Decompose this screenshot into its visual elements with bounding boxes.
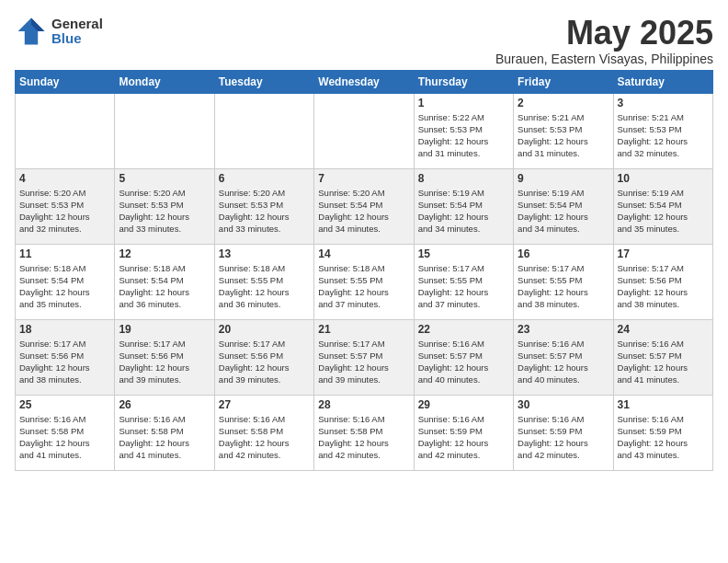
cell-info: Sunrise: 5:17 AM Sunset: 5:57 PM Dayligh… [318,338,409,386]
day-header-saturday: Saturday [613,70,712,93]
calendar-cell: 10Sunrise: 5:19 AM Sunset: 5:54 PM Dayli… [613,168,712,244]
calendar-cell [16,93,115,168]
day-number: 28 [318,398,409,411]
cell-info: Sunrise: 5:18 AM Sunset: 5:54 PM Dayligh… [119,262,210,311]
day-number: 6 [219,172,310,185]
logo-blue: Blue [51,31,103,47]
day-number: 20 [219,323,310,336]
day-number: 24 [618,323,709,336]
day-number: 7 [318,172,409,185]
day-header-wednesday: Wednesday [314,70,414,93]
week-row-5: 25Sunrise: 5:16 AM Sunset: 5:58 PM Dayli… [16,395,713,470]
calendar-cell: 21Sunrise: 5:17 AM Sunset: 5:57 PM Dayli… [314,319,414,395]
calendar-cell: 11Sunrise: 5:18 AM Sunset: 5:54 PM Dayli… [16,244,115,319]
day-header-sunday: Sunday [16,70,115,93]
calendar-cell: 22Sunrise: 5:16 AM Sunset: 5:57 PM Dayli… [414,319,513,395]
location-title: Burauen, Eastern Visayas, Philippines [495,52,713,66]
calendar-cell: 8Sunrise: 5:19 AM Sunset: 5:54 PM Daylig… [414,168,513,244]
calendar-cell: 17Sunrise: 5:17 AM Sunset: 5:56 PM Dayli… [613,244,712,319]
day-header-thursday: Thursday [414,70,513,93]
cell-info: Sunrise: 5:20 AM Sunset: 5:53 PM Dayligh… [219,187,310,236]
cell-info: Sunrise: 5:22 AM Sunset: 5:53 PM Dayligh… [418,111,509,160]
day-number: 16 [518,247,609,260]
day-number: 11 [19,247,110,260]
cell-info: Sunrise: 5:18 AM Sunset: 5:54 PM Dayligh… [19,262,110,311]
cell-info: Sunrise: 5:16 AM Sunset: 5:58 PM Dayligh… [119,413,210,462]
cell-info: Sunrise: 5:16 AM Sunset: 5:57 PM Dayligh… [518,338,609,386]
calendar-cell: 26Sunrise: 5:16 AM Sunset: 5:58 PM Dayli… [115,395,214,470]
day-number: 19 [119,323,210,336]
calendar-cell: 30Sunrise: 5:16 AM Sunset: 5:59 PM Dayli… [514,395,613,470]
cell-info: Sunrise: 5:19 AM Sunset: 5:54 PM Dayligh… [518,187,609,236]
day-number: 30 [518,398,609,411]
calendar-cell: 14Sunrise: 5:18 AM Sunset: 5:55 PM Dayli… [314,244,414,319]
week-row-2: 4Sunrise: 5:20 AM Sunset: 5:53 PM Daylig… [16,168,713,244]
calendar-cell: 20Sunrise: 5:17 AM Sunset: 5:56 PM Dayli… [214,319,313,395]
week-row-4: 18Sunrise: 5:17 AM Sunset: 5:56 PM Dayli… [16,319,713,395]
cell-info: Sunrise: 5:19 AM Sunset: 5:54 PM Dayligh… [618,187,709,236]
title-block: May 2025 Burauen, Eastern Visayas, Phili… [495,15,713,66]
cell-info: Sunrise: 5:16 AM Sunset: 5:58 PM Dayligh… [219,413,310,462]
calendar-cell: 15Sunrise: 5:17 AM Sunset: 5:55 PM Dayli… [414,244,513,319]
day-number: 13 [219,247,310,260]
calendar-table: SundayMondayTuesdayWednesdayThursdayFrid… [15,70,713,471]
calendar-cell: 12Sunrise: 5:18 AM Sunset: 5:54 PM Dayli… [115,244,214,319]
cell-info: Sunrise: 5:17 AM Sunset: 5:56 PM Dayligh… [119,338,210,386]
calendar-cell: 3Sunrise: 5:21 AM Sunset: 5:53 PM Daylig… [613,93,712,168]
calendar-cell: 31Sunrise: 5:16 AM Sunset: 5:59 PM Dayli… [613,395,712,470]
day-header-tuesday: Tuesday [214,70,313,93]
calendar-cell: 23Sunrise: 5:16 AM Sunset: 5:57 PM Dayli… [514,319,613,395]
cell-info: Sunrise: 5:16 AM Sunset: 5:58 PM Dayligh… [19,413,110,462]
day-number: 21 [318,323,409,336]
calendar-cell [314,93,414,168]
day-number: 25 [19,398,110,411]
day-number: 8 [418,172,509,185]
cell-info: Sunrise: 5:20 AM Sunset: 5:53 PM Dayligh… [119,187,210,236]
cell-info: Sunrise: 5:16 AM Sunset: 5:57 PM Dayligh… [618,338,709,386]
cell-info: Sunrise: 5:21 AM Sunset: 5:53 PM Dayligh… [618,111,709,160]
day-number: 2 [518,97,609,109]
logo-general: General [51,17,103,32]
day-number: 23 [518,323,609,336]
cell-info: Sunrise: 5:16 AM Sunset: 5:59 PM Dayligh… [418,413,509,462]
calendar-cell: 29Sunrise: 5:16 AM Sunset: 5:59 PM Dayli… [414,395,513,470]
cell-info: Sunrise: 5:16 AM Sunset: 5:57 PM Dayligh… [418,338,509,386]
day-number: 12 [119,247,210,260]
week-row-1: 1Sunrise: 5:22 AM Sunset: 5:53 PM Daylig… [16,93,713,168]
calendar-cell: 24Sunrise: 5:16 AM Sunset: 5:57 PM Dayli… [613,319,712,395]
calendar-cell: 13Sunrise: 5:18 AM Sunset: 5:55 PM Dayli… [214,244,313,319]
cell-info: Sunrise: 5:20 AM Sunset: 5:53 PM Dayligh… [19,187,110,236]
day-number: 4 [19,172,110,185]
logo-icon [15,15,48,48]
calendar-cell: 6Sunrise: 5:20 AM Sunset: 5:53 PM Daylig… [214,168,313,244]
calendar-cell [115,93,214,168]
cell-info: Sunrise: 5:18 AM Sunset: 5:55 PM Dayligh… [318,262,409,311]
cell-info: Sunrise: 5:18 AM Sunset: 5:55 PM Dayligh… [219,262,310,311]
month-title: May 2025 [495,15,713,52]
calendar-cell: 4Sunrise: 5:20 AM Sunset: 5:53 PM Daylig… [16,168,115,244]
calendar-cell: 1Sunrise: 5:22 AM Sunset: 5:53 PM Daylig… [414,93,513,168]
day-number: 9 [518,172,609,185]
calendar-cell: 18Sunrise: 5:17 AM Sunset: 5:56 PM Dayli… [16,319,115,395]
calendar-cell: 2Sunrise: 5:21 AM Sunset: 5:53 PM Daylig… [514,93,613,168]
calendar-cell: 9Sunrise: 5:19 AM Sunset: 5:54 PM Daylig… [514,168,613,244]
week-row-3: 11Sunrise: 5:18 AM Sunset: 5:54 PM Dayli… [16,244,713,319]
cell-info: Sunrise: 5:16 AM Sunset: 5:58 PM Dayligh… [318,413,409,462]
day-number: 10 [618,172,709,185]
cell-info: Sunrise: 5:20 AM Sunset: 5:54 PM Dayligh… [318,187,409,236]
logo: General Blue [15,15,103,48]
cell-info: Sunrise: 5:17 AM Sunset: 5:56 PM Dayligh… [19,338,110,386]
day-number: 31 [618,398,709,411]
cell-info: Sunrise: 5:17 AM Sunset: 5:56 PM Dayligh… [219,338,310,386]
day-number: 3 [618,97,709,109]
cell-info: Sunrise: 5:21 AM Sunset: 5:53 PM Dayligh… [518,111,609,160]
cell-info: Sunrise: 5:19 AM Sunset: 5:54 PM Dayligh… [418,187,509,236]
day-number: 15 [418,247,509,260]
cell-info: Sunrise: 5:17 AM Sunset: 5:55 PM Dayligh… [518,262,609,311]
calendar-cell: 5Sunrise: 5:20 AM Sunset: 5:53 PM Daylig… [115,168,214,244]
calendar-cell [214,93,313,168]
day-number: 1 [418,97,509,109]
calendar-cell: 7Sunrise: 5:20 AM Sunset: 5:54 PM Daylig… [314,168,414,244]
days-header-row: SundayMondayTuesdayWednesdayThursdayFrid… [16,70,713,93]
day-header-monday: Monday [115,70,214,93]
